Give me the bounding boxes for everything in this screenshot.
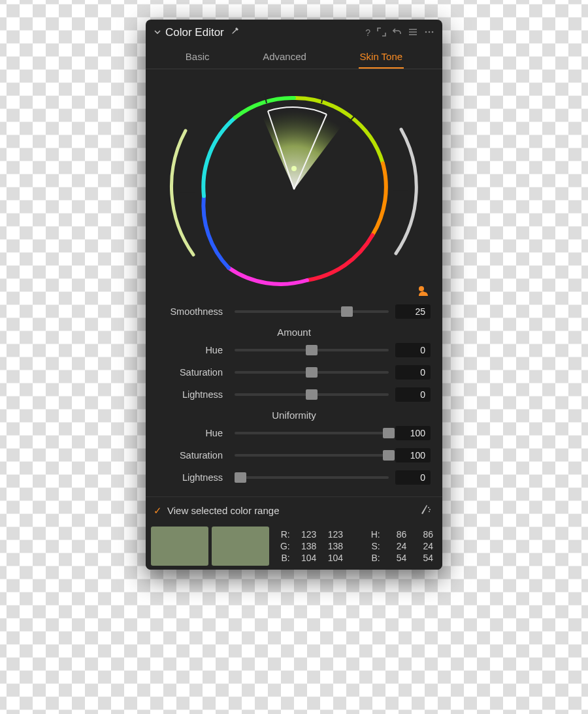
slider-thumb[interactable]: [306, 389, 318, 400]
swatch-before: [151, 527, 208, 566]
color-wheel[interactable]: [157, 78, 431, 294]
tab-advanced[interactable]: Advanced: [261, 47, 308, 69]
amount-saturation-value[interactable]: 0: [395, 365, 431, 380]
color-readouts: R: 123 123 H: 86 86 G: 138 138 S: 24 24 …: [270, 523, 442, 570]
tab-skin-tone[interactable]: Skin Tone: [359, 47, 404, 69]
svg-point-9: [428, 507, 429, 508]
swatch-after: [212, 527, 269, 566]
slider-thumb[interactable]: [235, 472, 246, 483]
slider-thumb[interactable]: [306, 345, 318, 355]
uniformity-hue-value[interactable]: 100: [395, 426, 431, 440]
view-range-checkbox[interactable]: ✓: [154, 505, 162, 517]
svg-point-2: [432, 31, 434, 33]
expand-icon[interactable]: [377, 27, 386, 39]
color-wheel-area: [146, 69, 442, 295]
tab-bar: Basic Advanced Skin Tone: [146, 44, 442, 69]
selection-point[interactable]: [291, 166, 297, 171]
svg-point-10: [429, 509, 431, 510]
uniformity-saturation-slider[interactable]: Saturation 100: [157, 444, 431, 466]
view-range-label: View selected color range: [167, 505, 420, 516]
amount-lightness-value[interactable]: 0: [395, 387, 431, 402]
amount-lightness-slider[interactable]: Lightness 0: [157, 383, 431, 406]
svg-point-1: [429, 31, 431, 33]
help-icon[interactable]: ?: [365, 27, 370, 38]
amount-saturation-slider[interactable]: Saturation 0: [157, 361, 431, 383]
collapse-chevron-icon[interactable]: [154, 27, 161, 38]
more-icon[interactable]: [424, 27, 434, 39]
smoothness-value[interactable]: 25: [395, 304, 431, 319]
uniformity-lightness-slider[interactable]: Lightness 0: [157, 466, 431, 489]
smoothness-track[interactable]: [235, 310, 389, 313]
footer-row: ✓ View selected color range: [146, 496, 442, 523]
uniformity-hue-slider[interactable]: Hue 100: [157, 422, 431, 444]
slider-thumb[interactable]: [341, 306, 353, 317]
sample-cone-icon[interactable]: [420, 504, 432, 517]
slider-thumb[interactable]: [306, 367, 318, 378]
sliders-section: Smoothness 25 Amount Hue 0 Saturation 0 …: [146, 295, 442, 493]
slider-thumb[interactable]: [383, 428, 395, 438]
svg-point-11: [429, 511, 430, 512]
selection-cone[interactable]: [261, 107, 343, 189]
amount-section-title: Amount: [157, 327, 431, 338]
skin-tone-icon[interactable]: [416, 284, 431, 300]
undo-icon[interactable]: [393, 27, 402, 39]
amount-hue-value[interactable]: 0: [395, 343, 431, 357]
color-editor-panel: Color Editor ? Basic Advanced Skin Tone: [146, 20, 442, 570]
svg-point-0: [425, 31, 427, 33]
panel-title: Color Editor: [165, 26, 224, 39]
slider-thumb[interactable]: [383, 450, 395, 461]
amount-hue-slider[interactable]: Hue 0: [157, 339, 431, 361]
uniformity-lightness-value[interactable]: 0: [395, 470, 431, 485]
swatch-row: R: 123 123 H: 86 86 G: 138 138 S: 24 24 …: [146, 523, 442, 570]
panel-header: Color Editor ?: [146, 20, 442, 44]
uniformity-saturation-value[interactable]: 100: [395, 448, 431, 462]
smoothness-label: Smoothness: [157, 306, 228, 317]
tab-basic[interactable]: Basic: [184, 47, 211, 69]
menu-icon[interactable]: [408, 27, 417, 39]
uniformity-section-title: Uniformity: [157, 410, 431, 421]
svg-point-8: [419, 286, 424, 291]
smoothness-slider[interactable]: Smoothness 25: [157, 300, 431, 323]
eyedropper-icon[interactable]: [229, 27, 240, 39]
